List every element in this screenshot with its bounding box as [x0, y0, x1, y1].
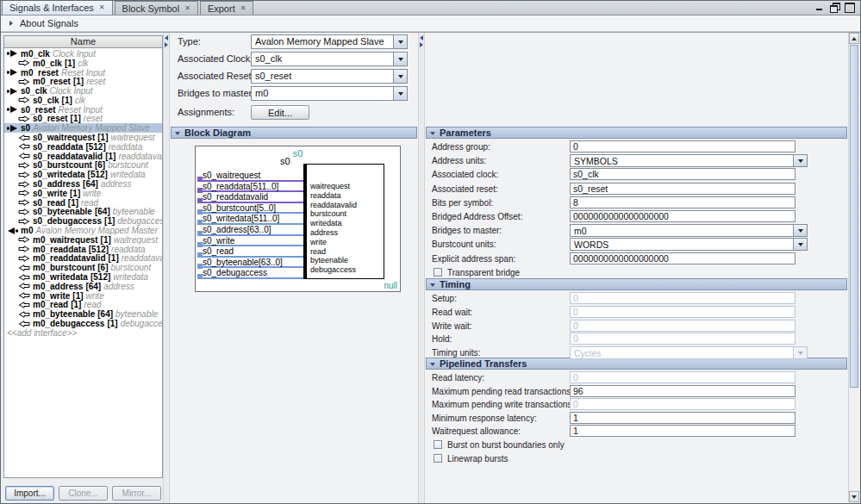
burstcount-units-select[interactable]: WORDS [570, 238, 808, 251]
linewrap-bursts-checkbox[interactable] [434, 454, 442, 463]
tree-row[interactable]: m0_write[1]write [4, 291, 162, 301]
splitter-collapse-left-icon[interactable] [420, 35, 423, 40]
tree-row[interactable]: s0_reset[1]reset [4, 115, 162, 124]
bridges-to-master-select[interactable]: m0 [251, 86, 408, 101]
tree-row[interactable]: m0_debugaccess[1]debugaccess [4, 319, 162, 328]
combo-dropdown-button[interactable] [793, 239, 807, 250]
tree-row[interactable]: s0Avalon Memory Mapped Slave [4, 123, 162, 133]
scrollbar-thumb[interactable] [850, 45, 858, 388]
tab-signals-interfaces[interactable]: Signals & Interfaces✕ [2, 0, 113, 15]
tree-row-add-interface[interactable]: <<add interface>> [4, 328, 162, 338]
signal-name: s0_writedata [33, 170, 85, 179]
tab-close-icon[interactable]: ✕ [184, 5, 190, 12]
minimize-icon[interactable] [815, 3, 825, 11]
bits-per-symbol-input[interactable] [570, 196, 795, 208]
tree-row[interactable]: s0_clk[1]clk [4, 96, 162, 105]
restore-icon[interactable] [830, 3, 839, 11]
splitter-left[interactable] [163, 33, 170, 503]
timing-header[interactable]: Timing [426, 278, 847, 290]
associated-reset-input[interactable] [570, 183, 795, 195]
tab-close-icon[interactable]: ✕ [240, 5, 246, 12]
combo-dropdown-button[interactable] [393, 70, 407, 83]
explicit-address-span-input[interactable] [570, 252, 795, 264]
tree-row[interactable]: m0_writedata[512]writedata [4, 272, 162, 282]
tree-row[interactable]: m0_readdata[512]readdata [4, 245, 162, 254]
param-row-setup: Setup: [425, 292, 847, 305]
signal-arrow-right-icon [18, 190, 30, 196]
tree-row[interactable]: s0_burstcount[6]burstcount [4, 161, 162, 171]
signal-arrow-right-icon [18, 96, 30, 103]
minimum-response-latency-input[interactable] [570, 412, 795, 424]
vertical-scrollbar[interactable] [848, 33, 859, 502]
maximize-icon[interactable] [845, 3, 854, 11]
tree-row[interactable]: s0_byteenable[64]byteenable [4, 208, 162, 217]
tree-row[interactable]: m0Avalon Memory Mapped Master [4, 226, 162, 235]
param-row-linewrap-bursts: Linewrap bursts [425, 452, 847, 465]
import-button[interactable]: Import... [5, 486, 54, 501]
tree-row[interactable]: m0_readdatavalid[1]readdatavalid [4, 254, 162, 264]
combo-dropdown-button[interactable] [793, 225, 807, 236]
pipelined-transfers-header[interactable]: Pipelined Transfers [426, 358, 847, 370]
address-group-input[interactable] [570, 140, 795, 152]
combo-dropdown-button[interactable] [393, 35, 407, 48]
scroll-down-icon[interactable] [849, 491, 859, 502]
maximum-pending-read-transactions-input[interactable] [570, 385, 795, 397]
type-select[interactable]: Avalon Memory Mapped Slave [251, 34, 408, 49]
waitrequest-allowance-input[interactable] [570, 425, 795, 437]
associated-clock-select[interactable]: s0_clk [251, 52, 408, 66]
param-label: Address group: [432, 142, 490, 152]
tab-close-icon[interactable]: ✕ [99, 4, 105, 11]
tree-row[interactable]: m0_burstcount[6]burstcount [4, 263, 162, 272]
tree-column-header[interactable]: Name [3, 35, 163, 48]
bridges-to-master-select[interactable]: m0 [570, 224, 808, 237]
associated-clock-input[interactable] [570, 168, 795, 180]
address-units-select[interactable]: SYMBOLS [570, 154, 808, 167]
chevron-down-icon [398, 92, 403, 96]
signal-name: m0_readdata [33, 245, 86, 254]
tree-row[interactable]: m0_resetReset Input [4, 68, 162, 78]
combo-dropdown-button[interactable] [793, 155, 807, 166]
combo-dropdown-button[interactable] [393, 53, 407, 65]
transparent-bridge-checkbox[interactable] [434, 268, 442, 277]
splitter-collapse-right-icon[interactable] [420, 42, 423, 47]
splitter-right[interactable] [418, 33, 425, 503]
block-diagram-header[interactable]: Block Diagram [171, 127, 417, 139]
param-row-address-group: Address group: [425, 140, 847, 153]
about-signals-bar[interactable]: About Signals [1, 16, 860, 32]
splitter-collapse-right-icon[interactable] [165, 42, 168, 47]
signal-width: [1] [73, 77, 84, 86]
form-label: Type: [178, 36, 201, 47]
tab-block-symbol[interactable]: Block Symbol✕ [115, 1, 198, 15]
tree-row[interactable]: s0_resetReset Input [4, 105, 162, 115]
tree-row[interactable]: s0_debugaccess[1]debugaccess [4, 216, 162, 226]
tree-row[interactable]: s0_readdatavalid[1]readdatavalid [4, 152, 162, 161]
tree-row[interactable]: s0_waitrequest[1]waitrequest [4, 133, 162, 142]
tab-export[interactable]: Export✕ [200, 1, 254, 15]
tree-row[interactable]: m0_read[1]read [4, 301, 162, 310]
tree-row[interactable]: s0_clkClock Input [4, 86, 162, 96]
burst-on-burst-boundaries-only-checkbox[interactable] [434, 440, 442, 449]
tree-row[interactable]: s0_readdata[512]readdata [4, 142, 162, 152]
tree-row[interactable]: s0_address[64]address [4, 179, 162, 189]
scroll-up-icon[interactable] [849, 33, 859, 44]
tree-row[interactable]: s0_read[1]read [4, 198, 162, 208]
tree-row[interactable]: m0_clkClock Input [4, 49, 162, 59]
bridged-address-offset-input[interactable] [570, 210, 795, 222]
param-row-address-units: Address units:SYMBOLS [425, 154, 847, 167]
tab-bar: Signals & Interfaces✕Block Symbol✕Export… [1, 1, 860, 16]
signal-arrow-left-icon [18, 292, 30, 299]
associated-reset-select[interactable]: s0_reset [251, 69, 408, 84]
tree-row[interactable]: m0_byteenable[64]byteenable [4, 309, 162, 319]
signal-width: [64] [97, 309, 113, 319]
tree-row[interactable]: s0_write[1]write [4, 189, 162, 198]
tree-row[interactable]: s0_writedata[512]writedata [4, 170, 162, 179]
tree-row[interactable]: m0_clk[1]clk [4, 59, 162, 68]
splitter-collapse-left-icon[interactable] [165, 35, 168, 40]
tree-row[interactable]: m0_address[64]address [4, 282, 162, 291]
signal-role: reset [86, 77, 105, 86]
combo-dropdown-button[interactable] [393, 87, 407, 100]
tree-row[interactable]: m0_reset[1]reset [4, 77, 162, 86]
parameters-header[interactable]: Parameters [426, 127, 847, 139]
tree-row[interactable]: m0_waitrequest[1]waitrequest [4, 235, 162, 245]
edit-assignments-button[interactable]: Edit... [251, 105, 309, 120]
